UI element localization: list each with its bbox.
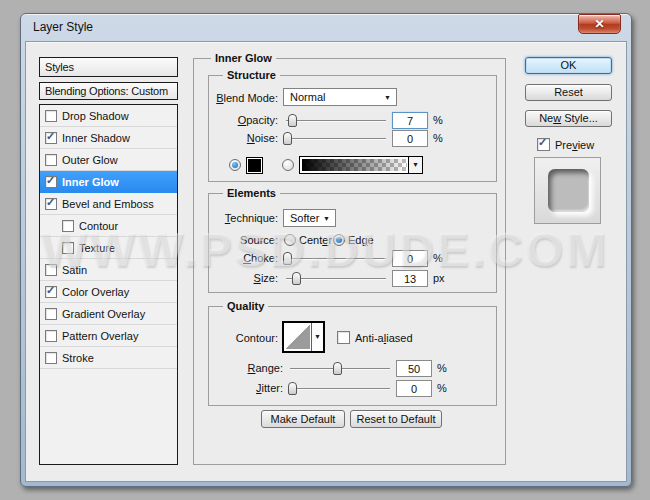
preview-shape [548,169,589,212]
slider-track[interactable] [286,258,386,259]
sidebar-item-pattern-overlay[interactable]: ✓Pattern Overlay [40,325,177,347]
sidebar-item-label: Pattern Overlay [62,330,138,342]
sidebar-item-label: Drop Shadow [62,110,129,122]
source-edge-label: Edge [348,234,374,246]
checkbox[interactable]: ✓ [45,110,57,122]
chevron-down-icon: ▼ [412,161,419,168]
checkbox[interactable]: ✓ [45,352,57,364]
choke-input[interactable] [392,250,428,267]
checkbox[interactable]: ✓ [62,220,74,232]
technique-value: Softer [290,212,319,224]
anti-aliased-label: Anti-aliased [355,332,413,344]
jitter-input[interactable] [396,380,432,397]
source-label: Source: [198,234,278,246]
sidebar-item-drop-shadow[interactable]: ✓Drop Shadow [40,105,177,127]
glow-color-swatch[interactable] [246,157,263,174]
slider-thumb[interactable] [288,382,297,395]
slider-track[interactable] [286,120,386,121]
check-icon: ✓ [46,130,55,143]
sidebar-item-blending-options[interactable]: Blending Options: Custom [39,82,178,100]
sidebar-item-inner-glow[interactable]: ✓Inner Glow [40,171,177,193]
sidebar-item-stroke[interactable]: ✓Stroke [40,347,177,369]
slider-track[interactable] [286,138,386,139]
blend-mode-label: Blend Mode: [198,92,278,104]
contour-picker[interactable]: ▼ [282,321,325,353]
sidebar-item-label: Satin [62,264,87,276]
reset-button[interactable]: Reset [525,84,612,101]
slider-thumb[interactable] [283,252,292,265]
checkbox[interactable]: ✓ [45,330,57,342]
check-icon: ✓ [46,284,55,297]
opacity-slider[interactable] [286,114,386,127]
contour-dropdown-arrow[interactable]: ▼ [311,323,323,351]
slider-track[interactable] [286,278,386,279]
gradient-radio[interactable] [282,159,294,171]
checkbox[interactable]: ✓ [62,242,74,254]
range-label: Range: [203,362,283,374]
source-edge-radio[interactable] [333,234,345,246]
slider-thumb[interactable] [283,132,292,145]
sidebar-item-bevel-and-emboss[interactable]: ✓Bevel and Emboss [40,193,177,215]
sidebar-item-satin[interactable]: ✓Satin [40,259,177,281]
opacity-unit: % [433,114,443,126]
size-slider[interactable] [286,272,386,285]
contour-thumbnail [286,325,310,349]
quality-legend: Quality [223,300,268,312]
new-style-button[interactable]: New Style... [525,110,612,127]
sidebar-item-texture[interactable]: ✓Texture [40,237,177,259]
sidebar-item-label: Outer Glow [62,154,118,166]
ok-button[interactable]: OK [525,57,612,74]
range-input[interactable] [396,360,432,377]
noise-slider[interactable] [286,132,386,145]
sidebar-item-label: Contour [79,220,118,232]
noise-label: Noise: [198,132,278,144]
dialog-title: Layer Style [33,20,93,34]
checkbox[interactable]: ✓ [45,264,57,276]
checkbox[interactable]: ✓ [45,132,57,144]
gradient-dropdown-arrow[interactable]: ▼ [408,157,422,173]
sidebar-item-color-overlay[interactable]: ✓Color Overlay [40,281,177,303]
checkbox[interactable]: ✓ [45,198,57,210]
anti-aliased-checkbox[interactable]: ✓ [337,331,350,344]
size-input[interactable] [392,270,428,287]
check-icon: ✓ [46,196,55,209]
reset-to-default-button[interactable]: Reset to Default [350,410,442,428]
sidebar-item-label: Texture [79,242,115,254]
checkbox[interactable]: ✓ [45,176,57,188]
slider-thumb[interactable] [333,362,342,375]
choke-label: Choke: [198,252,278,264]
close-icon: ✕ [594,17,604,31]
slider-track[interactable] [290,388,390,389]
style-preview-thumbnail [534,157,601,224]
slider-thumb[interactable] [292,272,301,285]
choke-slider[interactable] [286,252,386,265]
checkbox[interactable]: ✓ [45,154,57,166]
sidebar-item-label: Inner Shadow [62,132,130,144]
sidebar-item-gradient-overlay[interactable]: ✓Gradient Overlay [40,303,177,325]
preview-checkbox[interactable]: ✓ [537,138,550,151]
make-default-button[interactable]: Make Default [261,410,345,428]
blend-mode-dropdown[interactable]: Normal ▼ [283,88,397,106]
solid-color-radio[interactable] [229,159,241,171]
desktop-background: Layer Style ✕ Styles Blending Options: C… [0,0,650,500]
range-slider[interactable] [290,362,390,375]
sidebar-item-contour[interactable]: ✓Contour [40,215,177,237]
technique-dropdown[interactable]: Softer ▼ [283,209,336,227]
opacity-input[interactable] [392,112,428,129]
checkbox[interactable]: ✓ [45,286,57,298]
structure-legend: Structure [223,69,280,81]
blend-mode-value: Normal [290,91,325,103]
slider-thumb[interactable] [288,114,297,127]
gradient-preview [302,159,407,171]
checkbox[interactable]: ✓ [45,308,57,320]
source-center-radio[interactable] [284,234,296,246]
gradient-picker[interactable]: ▼ [299,156,423,174]
close-button[interactable]: ✕ [578,14,621,34]
sidebar-item-inner-shadow[interactable]: ✓Inner Shadow [40,127,177,149]
check-icon: ✓ [538,136,547,149]
elements-legend: Elements [223,187,280,199]
sidebar-item-outer-glow[interactable]: ✓Outer Glow [40,149,177,171]
jitter-slider[interactable] [290,382,390,395]
styles-header: Styles [39,57,178,77]
noise-input[interactable] [392,130,428,147]
